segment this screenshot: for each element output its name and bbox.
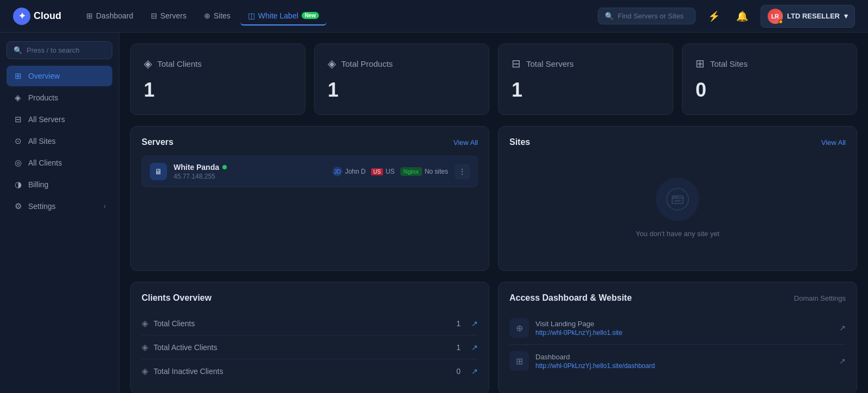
stat-card-header-total-sites: ⊞ Total Sites: [695, 57, 844, 70]
access-icon-landing-page: ⊕: [509, 318, 529, 338]
server-row: 🖥 White Panda 45.77.148.255 JD John D: [142, 156, 478, 187]
logo[interactable]: ✦ Cloud: [13, 8, 61, 25]
stat-card-value-total-servers: 1: [512, 79, 660, 102]
client-ext-btn[interactable]: ↗: [465, 359, 478, 383]
activity-icon-btn[interactable]: ⚡: [704, 7, 724, 26]
avatar-status-dot: [778, 20, 783, 24]
nav-icon-servers: ⊟: [151, 11, 157, 20]
nav-label-sites: Sites: [214, 11, 231, 20]
online-dot: [222, 165, 227, 169]
sidebar-label-settings: Settings: [28, 202, 56, 211]
sidebar-label-all-sites: All Sites: [28, 137, 56, 145]
bottom-row: Clients Overview ◈ Total Clients 1 ↗ ◈ T…: [130, 282, 857, 393]
stat-card-value-total-sites: 0: [695, 79, 844, 102]
access-panel-header: Access Dashboard & Website Domain Settin…: [509, 293, 846, 303]
table-row: ◈ Total Clients 1 ↗: [142, 312, 478, 335]
client-row-label: ◈ Total Active Clients: [142, 335, 434, 359]
svg-rect-6: [674, 200, 681, 202]
notifications-icon-btn[interactable]: 🔔: [732, 7, 752, 26]
svg-point-5: [676, 196, 678, 198]
svg-point-4: [675, 196, 676, 198]
servers-panel: Servers View All 🖥 White Panda 45.77.148…: [130, 126, 489, 271]
nav-links: ⊞Dashboard⊟Servers⊕Sites◫White LabelNew: [79, 7, 598, 26]
stat-card-total-sites: ⊞ Total Sites 0: [682, 43, 857, 115]
sites-panel-header: Sites View All: [509, 137, 846, 147]
stat-card-header-total-servers: ⊟ Total Servers: [512, 57, 660, 70]
main-content: ◈ Total Clients 1 ◈ Total Products 1 ⊟ T…: [119, 33, 868, 393]
sidebar-label-all-servers: All Servers: [28, 115, 65, 124]
flag-us-icon: US: [371, 168, 383, 175]
nav-link-servers[interactable]: ⊟Servers: [143, 7, 194, 26]
sidebar-item-overview[interactable]: ⊞Overview: [7, 66, 112, 86]
user-label: LTD RESELLER: [787, 12, 840, 20]
sidebar-search-placeholder: Press / to search: [27, 46, 80, 54]
sidebar-label-billing: Billing: [28, 180, 48, 189]
country-label: US: [386, 168, 395, 175]
table-row: ◈ Total Inactive Clients 0 ↗: [142, 359, 478, 383]
sidebar-item-settings[interactable]: ⚙Settings›: [7, 196, 112, 217]
sidebar-icon-all-sites: ⊙: [13, 136, 23, 146]
sites-view-all[interactable]: View All: [821, 138, 846, 147]
sidebar-item-all-sites[interactable]: ⊙All Sites: [7, 131, 112, 151]
sidebar-item-all-servers[interactable]: ⊟All Servers: [7, 109, 112, 130]
server-ip: 45.77.148.255: [174, 173, 326, 180]
access-label-landing-page: Visit Landing Page: [535, 320, 833, 328]
nav-label-dashboard: Dashboard: [96, 11, 133, 20]
sidebar-item-billing[interactable]: ◑Billing: [7, 174, 112, 195]
svg-point-0: [667, 188, 688, 210]
server-info: White Panda 45.77.148.255: [174, 163, 326, 180]
server-menu-btn[interactable]: ⋮: [455, 164, 470, 179]
access-info-landing-page: Visit Landing Page http://whl-0PkLnzYj.h…: [535, 320, 833, 337]
sidebar-arrow-settings: ›: [104, 202, 106, 210]
access-url-landing-page[interactable]: http://whl-0PkLnzYj.hello1.site: [535, 329, 833, 337]
sidebar-label-overview: Overview: [28, 72, 60, 80]
global-search[interactable]: 🔍 Find Servers or Sites: [598, 8, 695, 24]
topnav: ✦ Cloud ⊞Dashboard⊟Servers⊕Sites◫White L…: [0, 0, 868, 33]
nav-label-white-label: White Label: [258, 11, 298, 20]
access-item-dashboard: ⊞ Dashboard http://whl-0PkLnzYj.hello1.s…: [509, 345, 846, 377]
access-url-dashboard[interactable]: http://whl-0PkLnzYj.hello1.site/dashboar…: [535, 362, 833, 370]
access-icon-dashboard: ⊞: [509, 351, 529, 371]
sidebar: 🔍 Press / to search ⊞Overview◈Products⊟A…: [0, 33, 119, 393]
sidebar-item-products[interactable]: ◈Products: [7, 87, 112, 108]
sidebar-search-icon: 🔍: [14, 46, 22, 54]
nav-link-dashboard[interactable]: ⊞Dashboard: [79, 7, 141, 26]
sidebar-icon-settings: ⚙: [13, 201, 23, 211]
client-label: Total Active Clients: [154, 343, 218, 352]
sidebar-item-all-clients[interactable]: ◎All Clients: [7, 153, 112, 173]
stat-card-icon-total-products: ◈: [328, 57, 336, 70]
logo-icon: ✦: [13, 8, 30, 25]
client-row-label: ◈ Total Clients: [142, 312, 434, 335]
client-count: 0: [434, 359, 465, 383]
sidebar-icon-all-servers: ⊟: [13, 115, 23, 124]
nav-link-white-label[interactable]: ◫White LabelNew: [240, 7, 327, 26]
servers-panel-title: Servers: [142, 137, 174, 147]
sidebar-icon-overview: ⊞: [13, 71, 23, 81]
sidebar-icon-billing: ◑: [13, 180, 23, 189]
client-ext-btn[interactable]: ↗: [465, 312, 478, 335]
client-row-label: ◈ Total Inactive Clients: [142, 359, 434, 383]
stat-card-total-servers: ⊟ Total Servers 1: [498, 43, 673, 115]
server-webserver: Nginx No sites: [400, 167, 448, 176]
domain-settings-btn[interactable]: Domain Settings: [794, 294, 846, 302]
servers-view-all[interactable]: View All: [454, 138, 478, 147]
sidebar-search[interactable]: 🔍 Press / to search: [7, 41, 112, 59]
sites-panel-title: Sites: [509, 137, 530, 147]
nav-link-sites[interactable]: ⊕Sites: [196, 7, 238, 26]
access-ext-icon-dashboard[interactable]: ↗: [839, 357, 846, 365]
stat-card-total-products: ◈ Total Products 1: [314, 43, 489, 115]
user-menu-btn[interactable]: LR LTD RESELLER ▾: [761, 5, 855, 28]
access-label-dashboard: Dashboard: [535, 353, 833, 361]
client-ext-btn[interactable]: ↗: [465, 335, 478, 359]
search-placeholder: Find Servers or Sites: [618, 12, 684, 20]
client-icon: ◈: [142, 366, 148, 376]
panels-row: Servers View All 🖥 White Panda 45.77.148…: [130, 126, 857, 271]
sidebar-icon-products: ◈: [13, 93, 23, 103]
access-ext-icon-landing-page[interactable]: ↗: [839, 324, 846, 332]
sites-empty-message: You don't have any site yet: [636, 230, 720, 238]
nav-right: 🔍 Find Servers or Sites ⚡ 🔔 LR LTD RESEL…: [598, 5, 855, 28]
access-item-landing-page: ⊕ Visit Landing Page http://whl-0PkLnzYj…: [509, 312, 846, 345]
client-label: Total Inactive Clients: [154, 367, 223, 376]
clients-overview-header: Clients Overview: [142, 293, 478, 303]
server-icon: 🖥: [150, 163, 167, 180]
